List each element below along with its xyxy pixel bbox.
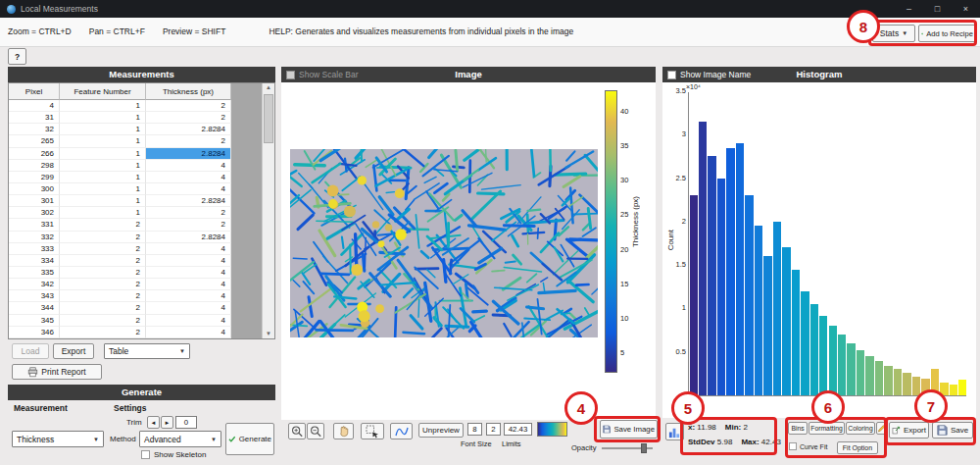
show-image-name-checkbox[interactable] — [667, 71, 676, 79]
table-cell[interactable]: 4 — [146, 255, 231, 267]
trim-value-field[interactable]: 0 — [175, 416, 197, 429]
table-cell[interactable]: 4 — [146, 315, 231, 327]
table-cell[interactable]: 2 — [60, 232, 146, 243]
table-row[interactable]: 33424 — [9, 255, 231, 267]
table-row[interactable]: 34624 — [9, 327, 231, 338]
print-report-button[interactable]: Print Report — [12, 364, 102, 380]
table-cell[interactable]: 345 — [9, 315, 60, 327]
table-row[interactable]: 3112 — [9, 112, 231, 124]
table-row[interactable]: 34424 — [9, 302, 231, 314]
table-cell[interactable]: 2 — [60, 267, 146, 279]
show-scale-bar-checkbox[interactable] — [286, 71, 295, 79]
table-cell[interactable]: 1 — [60, 135, 146, 147]
table-cell[interactable]: 2 — [60, 219, 146, 231]
table-cell[interactable]: 4 — [146, 183, 231, 195]
table-cell[interactable]: 300 — [9, 183, 60, 195]
table-cell[interactable]: 4 — [9, 100, 60, 112]
table-cell[interactable]: 2 — [60, 243, 146, 255]
table-cell[interactable]: 302 — [9, 207, 60, 219]
font-size-field[interactable]: 8 — [467, 423, 482, 436]
table-scrollbar[interactable]: ▲ ▼ — [262, 83, 274, 338]
table-cell[interactable]: 2 — [146, 112, 231, 124]
table-cell[interactable]: 1 — [60, 124, 146, 135]
table-cell[interactable]: 333 — [9, 243, 60, 255]
table-row[interactable]: 34524 — [9, 315, 231, 327]
table-cell[interactable]: 334 — [9, 255, 60, 267]
table-row[interactable]: 30014 — [9, 183, 231, 195]
table-cell[interactable]: 2 — [146, 100, 231, 112]
table-row[interactable]: 33222.8284 — [9, 232, 231, 243]
table-row[interactable]: 30112.8284 — [9, 195, 231, 207]
table-cell[interactable]: 4 — [146, 290, 231, 302]
table-cell[interactable]: 332 — [9, 232, 60, 243]
table-cell[interactable]: 4 — [146, 267, 231, 279]
table-cell[interactable]: 31 — [9, 112, 60, 124]
close-button[interactable]: × — [952, 0, 980, 18]
table-row[interactable]: 29914 — [9, 172, 231, 183]
slider-thumb[interactable] — [641, 443, 647, 453]
generate-button[interactable]: Generate — [225, 423, 274, 455]
trim-increment-button[interactable]: ► — [161, 416, 173, 429]
table-row[interactable]: 34324 — [9, 290, 231, 302]
table-row[interactable]: 29814 — [9, 160, 231, 172]
table-row[interactable]: 33324 — [9, 243, 231, 255]
table-cell[interactable]: 2 — [60, 302, 146, 314]
show-skeleton-checkbox[interactable] — [141, 450, 150, 459]
table-cell[interactable]: 4 — [146, 172, 231, 183]
table-cell[interactable]: 2 — [60, 290, 146, 302]
scroll-up-arrow-icon[interactable]: ▲ — [263, 83, 274, 92]
table-cell[interactable]: 4 — [146, 243, 231, 255]
table-cell[interactable]: 2 — [146, 207, 231, 219]
column-header-feature-number[interactable]: Feature Number — [60, 83, 146, 100]
method-select[interactable]: Advanced ▼ — [139, 431, 221, 447]
help-button[interactable]: ? — [8, 48, 26, 65]
table-cell[interactable]: 1 — [60, 100, 146, 112]
table-row[interactable]: 26512 — [9, 135, 231, 147]
measurement-select[interactable]: Thickness ▼ — [12, 431, 104, 447]
limits-max-field[interactable]: 42.43 — [504, 423, 532, 436]
curve-tool-button[interactable] — [390, 423, 413, 439]
table-cell[interactable]: 1 — [60, 148, 146, 160]
table-cell[interactable]: 2 — [146, 135, 231, 147]
pan-button[interactable] — [333, 423, 354, 439]
table-row[interactable]: 412 — [9, 100, 231, 112]
table-cell[interactable]: 1 — [60, 172, 146, 183]
table-cell[interactable]: 2.8284 — [146, 195, 231, 207]
limits-min-field[interactable]: 2 — [486, 423, 501, 436]
zoom-in-button[interactable] — [288, 423, 306, 439]
table-cell[interactable]: 1 — [60, 112, 146, 124]
minimize-button[interactable]: – — [895, 0, 923, 18]
opacity-slider[interactable] — [602, 443, 653, 453]
table-view-select[interactable]: Table ▼ — [104, 343, 190, 359]
table-cell[interactable]: 4 — [146, 279, 231, 290]
table-cell[interactable]: 1 — [60, 207, 146, 219]
table-row[interactable]: 34224 — [9, 279, 231, 290]
table-cell[interactable]: 342 — [9, 279, 60, 290]
table-cell[interactable]: 335 — [9, 267, 60, 279]
table-cell[interactable]: 1 — [60, 183, 146, 195]
select-region-button[interactable] — [361, 423, 384, 439]
table-cell[interactable]: 1 — [60, 160, 146, 172]
table-cell[interactable]: 344 — [9, 302, 60, 314]
table-cell[interactable]: 265 — [9, 135, 60, 147]
table-cell[interactable]: 2.8284 — [146, 148, 231, 160]
zoom-out-button[interactable] — [307, 423, 324, 439]
table-cell[interactable]: 266 — [9, 148, 60, 160]
column-header-thickness[interactable]: Thickness (px) — [146, 83, 231, 100]
unpreview-button[interactable]: Unpreview — [418, 423, 464, 438]
scrollbar-thumb[interactable] — [264, 94, 273, 143]
table-cell[interactable]: 343 — [9, 290, 60, 302]
table-row[interactable]: 30212 — [9, 207, 231, 219]
table-cell[interactable]: 298 — [9, 160, 60, 172]
table-row[interactable]: 26612.8284 — [9, 148, 231, 160]
table-cell[interactable]: 2 — [60, 327, 146, 338]
table-cell[interactable]: 2 — [60, 255, 146, 267]
table-row[interactable]: 33122 — [9, 219, 231, 231]
table-cell[interactable]: 4 — [146, 302, 231, 314]
table-cell[interactable]: 2 — [60, 279, 146, 290]
export-table-button[interactable]: Export — [53, 343, 94, 359]
trim-decrement-button[interactable]: ◄ — [147, 416, 160, 429]
table-row[interactable]: 33524 — [9, 267, 231, 279]
table-cell[interactable]: 2 — [146, 219, 231, 231]
table-cell[interactable]: 1 — [60, 195, 146, 207]
